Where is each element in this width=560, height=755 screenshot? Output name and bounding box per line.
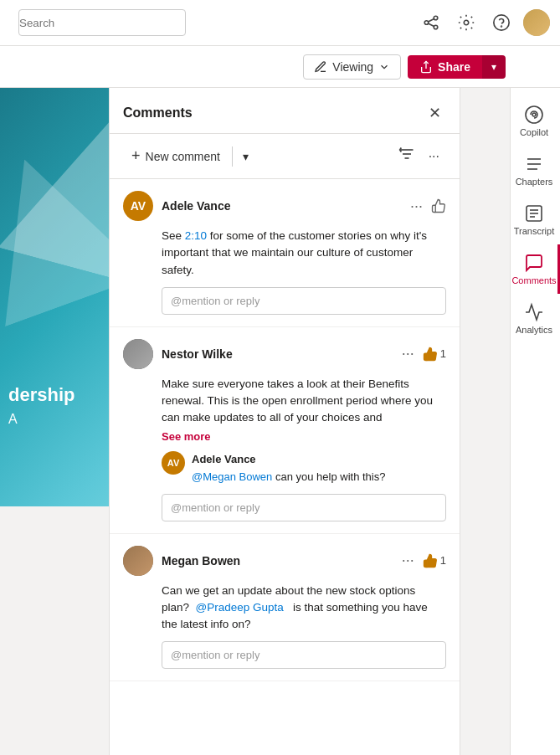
mention: @Pradeep Gupta bbox=[196, 601, 284, 614]
thumbs-up-icon bbox=[431, 198, 446, 213]
commenter-name: Adele Vance bbox=[162, 199, 398, 213]
sub-avatar: AV bbox=[162, 451, 185, 475]
like-button[interactable]: 1 bbox=[423, 347, 446, 362]
comment-card: AV Adele Vance ··· See 2:10 for some of … bbox=[110, 179, 460, 327]
comments-header: Comments ✕ bbox=[110, 88, 460, 134]
share-icon bbox=[419, 60, 433, 74]
help-icon[interactable] bbox=[488, 9, 515, 36]
new-comment-bar: + New comment ▾ ··· bbox=[110, 134, 460, 179]
sidebar-item-copilot[interactable]: Copilot bbox=[511, 96, 560, 146]
svg-point-7 bbox=[501, 26, 502, 27]
share-caret-button[interactable]: ▾ bbox=[482, 55, 506, 79]
reply-input[interactable]: @mention or reply bbox=[162, 494, 446, 521]
comments-title: Comments bbox=[123, 105, 193, 121]
comment-more-button[interactable]: ··· bbox=[398, 343, 418, 364]
svg-point-1 bbox=[434, 16, 438, 20]
new-comment-caret[interactable]: ▾ bbox=[236, 145, 255, 168]
comment-card: Megan Bowen ··· 1 Can we get an update a… bbox=[110, 534, 460, 682]
viewing-label: Viewing bbox=[332, 60, 373, 74]
sidebar-label-analytics: Analytics bbox=[516, 325, 552, 335]
transcript-icon bbox=[524, 203, 544, 223]
sidebar-item-transcript[interactable]: Transcript bbox=[511, 195, 560, 244]
share-group: Share ▾ bbox=[408, 55, 506, 79]
sub-commenter-name: Adele Vance bbox=[192, 451, 385, 468]
sidebar-label-comments: Comments bbox=[511, 275, 556, 285]
comment-header: Megan Bowen ··· 1 bbox=[123, 546, 446, 576]
plus-icon: + bbox=[131, 147, 141, 165]
sub-body: Adele Vance @Megan Bowen can you help wi… bbox=[192, 451, 385, 485]
comment-options: ··· bbox=[407, 196, 446, 217]
network-icon[interactable] bbox=[418, 9, 444, 36]
commenter-name: Nestor Wilke bbox=[162, 347, 390, 361]
see-more-button[interactable]: See more bbox=[162, 430, 446, 443]
like-button[interactable] bbox=[431, 198, 446, 213]
svg-line-3 bbox=[429, 19, 434, 22]
sort-button[interactable] bbox=[392, 141, 422, 172]
commenter-name: Megan Bowen bbox=[162, 554, 390, 568]
sidebar-label-transcript: Transcript bbox=[514, 226, 555, 236]
sidebar-item-chapters[interactable]: Chapters bbox=[511, 146, 560, 195]
analytics-icon bbox=[524, 302, 544, 322]
comments-panel: Comments ✕ + New comment ▾ ··· AV Adele … bbox=[109, 88, 460, 755]
new-comment-label: New comment bbox=[146, 150, 220, 163]
chapters-icon bbox=[524, 154, 544, 174]
comment-header: AV Adele Vance ··· bbox=[123, 191, 446, 221]
sub-comment: AV Adele Vance @Megan Bowen can you help… bbox=[162, 451, 446, 485]
right-sidebar: Copilot Chapters Transcript Comments Ana… bbox=[510, 88, 560, 755]
sidebar-item-analytics[interactable]: Analytics bbox=[511, 294, 560, 343]
sidebar-item-comments[interactable]: Comments bbox=[511, 244, 560, 294]
reply-input[interactable]: @mention or reply bbox=[162, 287, 446, 315]
reply-input[interactable]: @mention or reply bbox=[162, 641, 446, 669]
comment-more-button[interactable]: ··· bbox=[407, 196, 426, 217]
comment-body: See 2:10 for some of the customer storie… bbox=[162, 228, 446, 279]
mention: @Megan Bowen bbox=[192, 470, 272, 483]
avatar bbox=[123, 339, 153, 369]
top-bar bbox=[0, 0, 560, 46]
comment-options: ··· 1 bbox=[398, 343, 446, 364]
timestamp-link[interactable]: 2:10 bbox=[185, 229, 207, 242]
svg-point-0 bbox=[424, 21, 429, 25]
comment-card: Nestor Wilke ··· 1 Make sure everyone ta… bbox=[110, 327, 460, 534]
user-avatar[interactable] bbox=[523, 9, 550, 36]
share-button[interactable]: Share bbox=[408, 55, 482, 79]
bg-text-2: A bbox=[8, 412, 18, 427]
search-input[interactable] bbox=[18, 9, 186, 36]
comment-options: ··· 1 bbox=[398, 550, 446, 571]
sidebar-label-chapters: Chapters bbox=[516, 177, 553, 187]
divider bbox=[232, 146, 233, 167]
more-options-button[interactable]: ··· bbox=[422, 144, 446, 169]
comment-body: Make sure everyone takes a look at their… bbox=[162, 376, 446, 427]
svg-point-2 bbox=[434, 25, 438, 29]
chevron-down-icon bbox=[378, 61, 390, 73]
like-count: 1 bbox=[440, 554, 446, 567]
comment-header: Nestor Wilke ··· 1 bbox=[123, 339, 446, 369]
close-button[interactable]: ✕ bbox=[423, 101, 446, 125]
share-label: Share bbox=[438, 60, 470, 74]
avatar: AV bbox=[123, 191, 153, 221]
viewing-button[interactable]: Viewing bbox=[303, 54, 401, 80]
svg-line-4 bbox=[429, 23, 434, 26]
pencil-icon bbox=[314, 60, 327, 74]
avatar bbox=[123, 546, 153, 576]
like-button[interactable]: 1 bbox=[423, 553, 446, 568]
action-bar: Viewing Share ▾ bbox=[0, 46, 560, 88]
svg-point-5 bbox=[464, 20, 469, 25]
new-comment-button[interactable]: + New comment bbox=[123, 142, 229, 170]
sort-icon bbox=[398, 146, 415, 162]
sidebar-label-copilot: Copilot bbox=[520, 127, 548, 137]
comment-body: Can we get an update about the new stock… bbox=[162, 583, 446, 634]
like-count: 1 bbox=[440, 347, 446, 360]
comments-icon bbox=[524, 253, 544, 273]
comment-more-button[interactable]: ··· bbox=[398, 550, 418, 571]
thumbs-up-icon bbox=[423, 553, 438, 568]
copilot-icon bbox=[524, 105, 544, 125]
settings-icon[interactable] bbox=[453, 9, 480, 36]
bg-text-1: dership bbox=[8, 384, 74, 406]
svg-point-9 bbox=[532, 113, 536, 116]
thumbs-up-icon bbox=[423, 347, 438, 362]
svg-point-6 bbox=[494, 15, 509, 30]
